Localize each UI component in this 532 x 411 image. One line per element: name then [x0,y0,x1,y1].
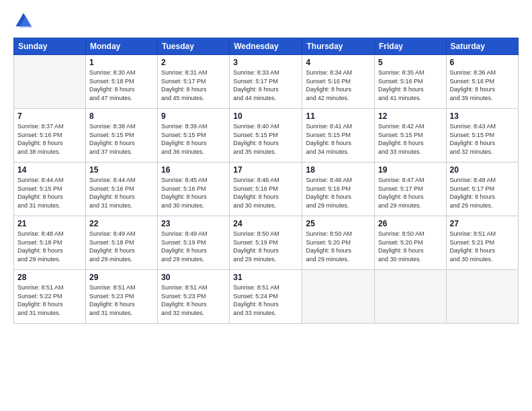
day-number: 17 [233,165,298,175]
day-number: 14 [17,165,82,175]
logo [13,11,36,31]
calendar: SundayMondayTuesdayWednesdayThursdayFrid… [13,38,519,324]
calendar-cell [302,270,375,324]
calendar-cell: 14Sunrise: 8:44 AMSunset: 5:15 PMDayligh… [14,163,86,216]
day-number: 1 [89,58,154,67]
calendar-cell: 21Sunrise: 8:48 AMSunset: 5:18 PMDayligh… [14,216,86,270]
day-info: Sunrise: 8:38 AMSunset: 5:15 PMDaylight:… [89,122,154,156]
day-number: 23 [161,219,226,228]
calendar-cell: 20Sunrise: 8:48 AMSunset: 5:17 PMDayligh… [446,163,518,216]
calendar-cell: 12Sunrise: 8:42 AMSunset: 5:15 PMDayligh… [375,109,447,163]
day-info: Sunrise: 8:41 AMSunset: 5:15 PMDaylight:… [306,122,371,156]
calendar-cell: 2Sunrise: 8:31 AMSunset: 5:17 PMDaylight… [158,55,230,109]
day-info: Sunrise: 8:43 AMSunset: 5:15 PMDaylight:… [450,122,515,156]
day-number: 15 [89,165,154,175]
calendar-header-cell: Thursday [302,38,375,55]
logo-icon [13,11,34,31]
day-number: 24 [233,219,298,228]
calendar-body: 1Sunrise: 8:30 AMSunset: 5:18 PMDaylight… [14,55,519,324]
day-info: Sunrise: 8:47 AMSunset: 5:17 PMDaylight:… [378,176,443,210]
calendar-header-cell: Sunday [14,38,86,55]
day-number: 10 [233,111,298,121]
calendar-header-cell: Tuesday [158,38,230,55]
day-info: Sunrise: 8:39 AMSunset: 5:15 PMDaylight:… [161,122,226,156]
calendar-cell: 31Sunrise: 8:51 AMSunset: 5:24 PMDayligh… [230,270,302,324]
day-info: Sunrise: 8:44 AMSunset: 5:16 PMDaylight:… [89,176,154,210]
day-number: 28 [17,273,82,282]
header [13,11,519,31]
day-number: 29 [89,273,154,282]
day-info: Sunrise: 8:51 AMSunset: 5:24 PMDaylight:… [233,283,298,317]
day-number: 27 [450,219,515,228]
calendar-cell: 28Sunrise: 8:51 AMSunset: 5:22 PMDayligh… [14,270,86,324]
day-info: Sunrise: 8:34 AMSunset: 5:16 PMDaylight:… [306,68,371,102]
day-info: Sunrise: 8:45 AMSunset: 5:16 PMDaylight:… [161,176,226,210]
calendar-cell: 5Sunrise: 8:35 AMSunset: 5:16 PMDaylight… [375,55,447,109]
calendar-cell: 19Sunrise: 8:47 AMSunset: 5:17 PMDayligh… [375,163,447,216]
day-info: Sunrise: 8:44 AMSunset: 5:15 PMDaylight:… [17,176,82,210]
calendar-cell: 27Sunrise: 8:51 AMSunset: 5:21 PMDayligh… [446,216,518,270]
calendar-cell: 9Sunrise: 8:39 AMSunset: 5:15 PMDaylight… [158,109,230,163]
day-number: 12 [378,111,443,121]
calendar-week-row: 1Sunrise: 8:30 AMSunset: 5:18 PMDaylight… [14,55,519,109]
day-number: 22 [89,219,154,228]
day-info: Sunrise: 8:50 AMSunset: 5:19 PMDaylight:… [233,230,298,263]
day-info: Sunrise: 8:48 AMSunset: 5:18 PMDaylight:… [17,230,82,263]
day-number: 31 [233,273,298,282]
calendar-cell [446,270,518,324]
day-info: Sunrise: 8:46 AMSunset: 5:16 PMDaylight:… [233,176,298,210]
day-number: 30 [161,273,226,282]
day-info: Sunrise: 8:42 AMSunset: 5:15 PMDaylight:… [378,122,443,156]
calendar-header-cell: Friday [375,38,447,55]
day-number: 18 [306,165,371,175]
day-number: 6 [450,58,515,67]
calendar-cell: 1Sunrise: 8:30 AMSunset: 5:18 PMDaylight… [85,55,157,109]
day-number: 8 [89,111,154,121]
day-number: 2 [161,58,226,67]
day-number: 3 [233,58,298,67]
day-info: Sunrise: 8:31 AMSunset: 5:17 PMDaylight:… [161,68,226,102]
day-info: Sunrise: 8:51 AMSunset: 5:22 PMDaylight:… [17,283,82,317]
calendar-cell: 4Sunrise: 8:34 AMSunset: 5:16 PMDaylight… [302,55,375,109]
calendar-cell: 24Sunrise: 8:50 AMSunset: 5:19 PMDayligh… [230,216,302,270]
day-number: 26 [378,219,443,228]
day-info: Sunrise: 8:51 AMSunset: 5:23 PMDaylight:… [89,283,154,317]
day-info: Sunrise: 8:30 AMSunset: 5:18 PMDaylight:… [89,68,154,102]
calendar-cell: 16Sunrise: 8:45 AMSunset: 5:16 PMDayligh… [158,163,230,216]
calendar-cell: 10Sunrise: 8:40 AMSunset: 5:15 PMDayligh… [230,109,302,163]
calendar-cell: 13Sunrise: 8:43 AMSunset: 5:15 PMDayligh… [446,109,518,163]
calendar-week-row: 28Sunrise: 8:51 AMSunset: 5:22 PMDayligh… [14,270,519,324]
day-number: 21 [17,219,82,228]
calendar-week-row: 14Sunrise: 8:44 AMSunset: 5:15 PMDayligh… [14,163,519,216]
calendar-cell: 11Sunrise: 8:41 AMSunset: 5:15 PMDayligh… [302,109,375,163]
day-info: Sunrise: 8:51 AMSunset: 5:23 PMDaylight:… [161,283,226,317]
calendar-week-row: 21Sunrise: 8:48 AMSunset: 5:18 PMDayligh… [14,216,519,270]
calendar-header-cell: Saturday [446,38,518,55]
calendar-cell: 25Sunrise: 8:50 AMSunset: 5:20 PMDayligh… [302,216,375,270]
calendar-week-row: 7Sunrise: 8:37 AMSunset: 5:16 PMDaylight… [14,109,519,163]
day-number: 11 [306,111,371,121]
day-number: 9 [161,111,226,121]
calendar-header-cell: Monday [85,38,157,55]
calendar-cell: 17Sunrise: 8:46 AMSunset: 5:16 PMDayligh… [230,163,302,216]
calendar-cell [375,270,447,324]
calendar-header-row: SundayMondayTuesdayWednesdayThursdayFrid… [14,38,519,55]
calendar-cell: 3Sunrise: 8:33 AMSunset: 5:17 PMDaylight… [230,55,302,109]
day-info: Sunrise: 8:48 AMSunset: 5:17 PMDaylight:… [450,176,515,210]
calendar-cell: 29Sunrise: 8:51 AMSunset: 5:23 PMDayligh… [85,270,157,324]
calendar-cell: 15Sunrise: 8:44 AMSunset: 5:16 PMDayligh… [85,163,157,216]
calendar-cell [14,55,86,109]
day-info: Sunrise: 8:33 AMSunset: 5:17 PMDaylight:… [233,68,298,102]
calendar-cell: 26Sunrise: 8:50 AMSunset: 5:20 PMDayligh… [375,216,447,270]
day-number: 19 [378,165,443,175]
day-info: Sunrise: 8:49 AMSunset: 5:19 PMDaylight:… [161,230,226,263]
day-number: 4 [306,58,371,67]
calendar-cell: 30Sunrise: 8:51 AMSunset: 5:23 PMDayligh… [158,270,230,324]
day-info: Sunrise: 8:40 AMSunset: 5:15 PMDaylight:… [233,122,298,156]
day-number: 25 [306,219,371,228]
day-number: 7 [17,111,82,121]
day-info: Sunrise: 8:36 AMSunset: 5:16 PMDaylight:… [450,68,515,102]
day-info: Sunrise: 8:51 AMSunset: 5:21 PMDaylight:… [450,230,515,263]
day-info: Sunrise: 8:35 AMSunset: 5:16 PMDaylight:… [378,68,443,102]
calendar-cell: 22Sunrise: 8:49 AMSunset: 5:18 PMDayligh… [85,216,157,270]
